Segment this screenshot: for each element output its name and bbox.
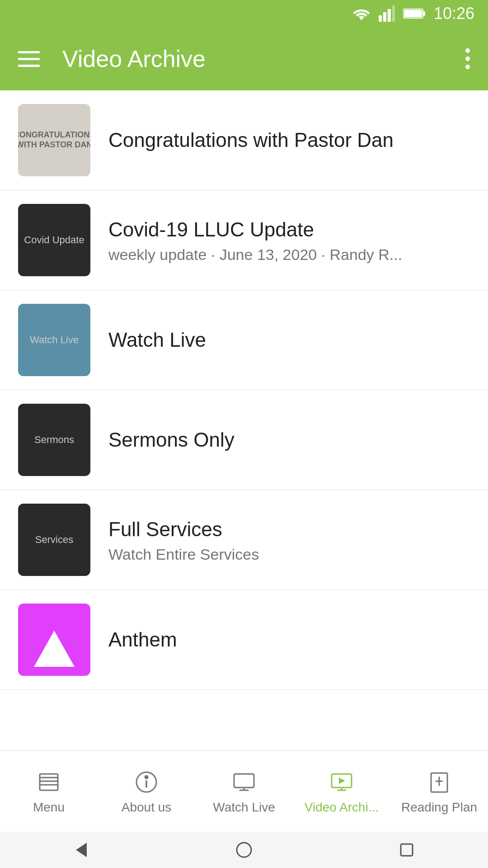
item-title: Sermons Only (108, 427, 470, 453)
nav-item-menu[interactable]: Menu (0, 769, 98, 815)
system-nav (0, 832, 488, 868)
item-info: Full Services Watch Entire Services (108, 516, 470, 563)
nav-item-watchlive[interactable]: Watch Live (195, 769, 293, 815)
thumbnail-services: Services (18, 504, 90, 576)
thumbnail-label: Covid Update (24, 234, 84, 246)
list-item[interactable]: Services Full Services Watch Entire Serv… (0, 490, 488, 590)
nav-item-aboutus[interactable]: About us (98, 769, 195, 815)
svg-rect-7 (40, 774, 58, 790)
item-info: Sermons Only (108, 427, 470, 453)
nav-label-menu: Menu (33, 800, 65, 815)
bottom-nav: Menu About us Watch Live (0, 750, 488, 832)
item-title: Covid-19 LLUC Update (108, 217, 470, 242)
svg-rect-26 (401, 844, 413, 856)
thumbnail-sermons: Sermons (18, 404, 90, 476)
thumbnail-covid: Covid Update (18, 204, 90, 276)
anthem-triangle-icon (34, 631, 75, 667)
svg-marker-24 (76, 843, 87, 857)
svg-rect-5 (423, 11, 425, 16)
item-title: Anthem (108, 627, 470, 652)
status-icons: 10:26 (352, 4, 474, 23)
item-info: Anthem (108, 627, 470, 652)
menu-book-icon (35, 769, 62, 796)
page-title: Video Archive (53, 45, 452, 72)
recents-button[interactable] (393, 836, 420, 863)
nav-item-videoarchive[interactable]: Video Archi... (293, 769, 390, 815)
nav-label-aboutus: About us (122, 800, 172, 815)
svg-rect-2 (388, 9, 391, 22)
svg-rect-0 (379, 15, 382, 22)
battery-icon (403, 7, 426, 20)
book-cross-icon (426, 769, 453, 796)
item-subtitle: Watch Entire Services (108, 546, 470, 563)
item-title: Watch Live (108, 327, 470, 353)
svg-point-13 (145, 776, 148, 778)
item-info: Watch Live (108, 327, 470, 353)
hamburger-menu-button[interactable] (18, 51, 40, 67)
item-info: Congratulations with Pastor Dan (108, 127, 470, 153)
nav-label-readingplan: Reading Plan (401, 800, 477, 815)
home-button[interactable] (230, 836, 258, 863)
thumbnail-label: Watch Live (30, 334, 79, 346)
list-item[interactable]: Anthem (0, 590, 488, 690)
signal-icon (379, 5, 395, 22)
thumbnail-anthem (18, 604, 90, 676)
item-title: Congratulations with Pastor Dan (108, 127, 470, 153)
svg-rect-6 (404, 10, 422, 17)
svg-point-25 (237, 843, 251, 857)
nav-label-watchlive: Watch Live (213, 800, 275, 815)
thumbnail-label: CONGRATULATIONS WITH PASTOR DAN (18, 126, 90, 154)
item-subtitle: weekly update · June 13, 2020 · Randy R.… (108, 246, 470, 264)
back-button[interactable] (68, 836, 95, 863)
list-item[interactable]: Sermons Sermons Only (0, 390, 488, 490)
app-bar: Video Archive (0, 27, 488, 90)
svg-rect-14 (234, 774, 254, 788)
status-bar: 10:26 (0, 0, 488, 27)
list-item[interactable]: Covid Update Covid-19 LLUC Update weekly… (0, 190, 488, 290)
list-item[interactable]: CONGRATULATIONS WITH PASTOR DAN Congratu… (0, 90, 488, 190)
svg-marker-18 (339, 778, 345, 784)
nav-label-videoarchive: Video Archi... (305, 800, 379, 815)
svg-rect-1 (383, 12, 386, 22)
item-info: Covid-19 LLUC Update weekly update · Jun… (108, 217, 470, 264)
list-item[interactable]: Watch Live Watch Live (0, 290, 488, 390)
thumbnail-watchlive: Watch Live (18, 304, 90, 376)
more-options-button[interactable] (465, 48, 470, 69)
nav-item-readingplan[interactable]: Reading Plan (390, 769, 488, 815)
wifi-icon (352, 7, 371, 20)
thumbnail-label: Sermons (34, 434, 74, 446)
status-time: 10:26 (434, 4, 474, 23)
video-list: CONGRATULATIONS WITH PASTOR DAN Congratu… (0, 90, 488, 750)
video-play-icon (328, 769, 355, 796)
thumbnail-label: Services (35, 534, 73, 546)
info-icon (133, 769, 160, 796)
monitor-icon (230, 769, 258, 796)
item-title: Full Services (108, 516, 470, 542)
svg-rect-3 (392, 5, 395, 22)
thumbnail-congratulations: CONGRATULATIONS WITH PASTOR DAN (18, 104, 90, 176)
